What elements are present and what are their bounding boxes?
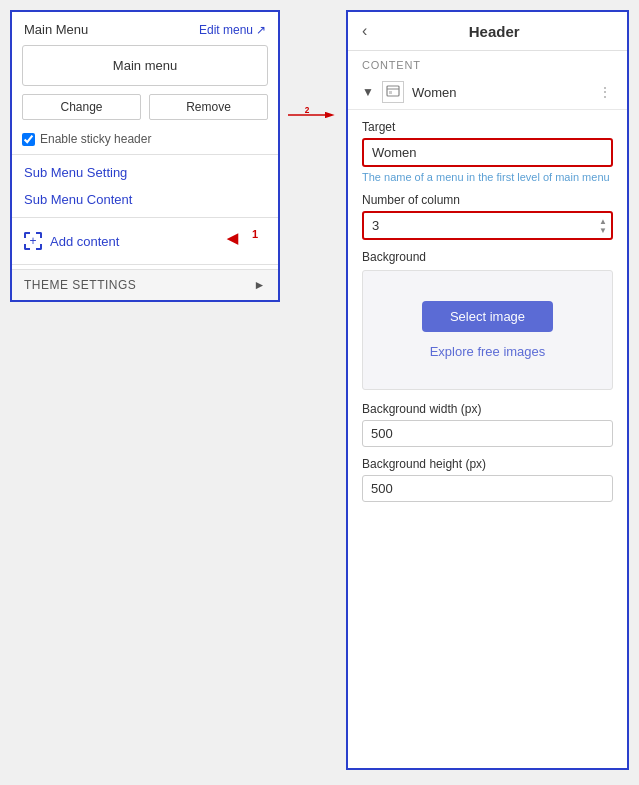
sticky-header-checkbox[interactable] [22, 133, 35, 146]
change-button[interactable]: Change [22, 94, 141, 120]
explore-free-images-link[interactable]: Explore free images [430, 344, 546, 359]
target-section: Target The name of a menu in the first l… [348, 110, 627, 512]
edit-menu-link[interactable]: Edit menu ↗ [199, 23, 266, 37]
divider-1 [12, 154, 278, 155]
right-panel-header: ‹ Header [348, 12, 627, 51]
number-of-column-wrapper: ▲ ▼ [362, 211, 613, 240]
divider-3 [12, 264, 278, 265]
background-box: Select image Explore free images [362, 270, 613, 390]
sticky-header-row: Enable sticky header [12, 128, 278, 150]
main-menu-box: Main menu [22, 45, 268, 86]
right-panel-title: Header [375, 23, 613, 40]
target-input[interactable] [362, 138, 613, 167]
left-panel-title: Main Menu [24, 22, 88, 37]
number-of-column-label: Number of column [362, 193, 613, 207]
plus-icon: + [29, 234, 36, 248]
content-section-label: CONTENT [348, 51, 627, 75]
add-content-icon: + [24, 232, 42, 250]
chevron-right-icon: ► [254, 278, 266, 292]
number-of-column-input[interactable] [362, 211, 613, 240]
bg-width-input[interactable] [362, 420, 613, 447]
row-options-icon[interactable]: ⋮ [598, 84, 613, 100]
left-panel-header: Main Menu Edit menu ↗ [12, 12, 278, 45]
external-link-icon: ↗ [256, 23, 266, 37]
change-remove-row: Change Remove [22, 94, 268, 120]
bg-height-label: Background height (px) [362, 457, 613, 471]
middle-arrow-svg: 2 [288, 100, 338, 130]
women-label: Women [412, 85, 590, 100]
main-container: Main Menu Edit menu ↗ Main menu Change R… [10, 10, 629, 770]
theme-settings-row[interactable]: THEME SETTINGS ► [12, 269, 278, 300]
spinner-down-icon[interactable]: ▼ [599, 226, 607, 234]
women-row: ▼ Women ⋮ [348, 75, 627, 110]
select-image-button[interactable]: Select image [422, 301, 553, 332]
right-panel: ‹ Header CONTENT ▼ Women ⋮ Target The na… [346, 10, 629, 770]
add-content-label: Add content [50, 234, 119, 249]
chevron-down-icon: ▼ [362, 85, 374, 99]
back-arrow[interactable]: ‹ [362, 22, 367, 40]
background-label: Background [362, 250, 613, 264]
women-section-icon [382, 81, 404, 103]
annotation-arrow-1: ◀ [227, 230, 238, 246]
target-label: Target [362, 120, 613, 134]
remove-button[interactable]: Remove [149, 94, 268, 120]
sub-menu-content[interactable]: Sub Menu Content [12, 186, 278, 213]
target-hint: The name of a menu in the first level of… [362, 170, 613, 185]
add-content-row[interactable]: + Add content ◀ 1 [12, 222, 278, 260]
svg-text:2: 2 [305, 105, 310, 115]
spinner-buttons: ▲ ▼ [599, 217, 607, 234]
svg-rect-3 [387, 86, 399, 96]
annotation-badge-1: 1 [252, 228, 258, 240]
divider-2 [12, 217, 278, 218]
spinner-up-icon[interactable]: ▲ [599, 217, 607, 225]
svg-rect-5 [389, 91, 392, 94]
bg-width-label: Background width (px) [362, 402, 613, 416]
bg-height-input[interactable] [362, 475, 613, 502]
left-panel: Main Menu Edit menu ↗ Main menu Change R… [10, 10, 280, 302]
middle-arrow-container: 2 [288, 10, 338, 130]
sub-menu-setting[interactable]: Sub Menu Setting [12, 159, 278, 186]
